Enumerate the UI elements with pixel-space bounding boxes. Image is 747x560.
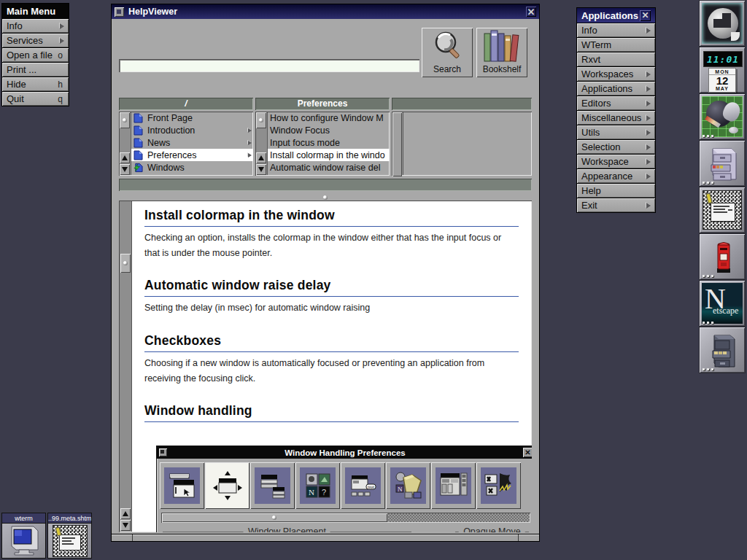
folder-icon: N [390, 467, 426, 504]
dock-tile-clock[interactable]: 11:01 MON 12 MAY [699, 47, 746, 93]
browser-item-preferences-selected[interactable]: Preferences [131, 149, 253, 161]
scroll-down-button[interactable] [120, 520, 131, 531]
browser-column-root: / Front Page [119, 98, 253, 176]
window-maker-logo-icon [702, 3, 743, 44]
splitter-handle[interactable] [119, 194, 532, 201]
window-resizebar[interactable] [112, 534, 539, 541]
svg-text:N: N [309, 488, 314, 497]
submenu-arrow-icon [646, 28, 651, 34]
submenu-arrow-icon [646, 144, 651, 150]
browser-item-how-to-configure[interactable]: How to configure Window M [268, 112, 390, 124]
running-indicator [703, 135, 713, 137]
helpviewer-titlebar[interactable]: HelpViewer ✕ [112, 4, 539, 19]
browser-item-window-focus[interactable]: Window Focus [268, 124, 390, 136]
content-pane: Install colormap in the window Checking … [119, 201, 532, 532]
miniwindow-meta-shtml[interactable]: ...99.meta.shtml [47, 513, 92, 559]
column-scrollbar[interactable] [120, 112, 131, 175]
main-menu-item-print[interactable]: Print ... [2, 63, 69, 77]
browser-item-windows[interactable]: Windows [131, 161, 253, 174]
cascade-windows-icon [164, 467, 200, 504]
scroll-down-button[interactable] [256, 164, 266, 175]
main-menu-item-hide[interactable]: Hide h [2, 77, 69, 91]
close-icon[interactable]: ✕ [526, 7, 536, 17]
main-menu-item-info[interactable]: Info [2, 19, 69, 33]
main-menu-title[interactable]: Main Menu [2, 4, 69, 18]
dock-tile-mailbox[interactable] [699, 233, 746, 280]
main-menu-item-quit[interactable]: Quit q [2, 92, 69, 106]
browser-item-front-page[interactable]: Front Page [131, 112, 253, 124]
apps-menu-item-workspaces[interactable]: Workspaces [577, 67, 655, 81]
section-heading: Checkboxes [144, 333, 519, 352]
apps-menu-item-selection[interactable]: Selection [577, 140, 655, 154]
shortcut-key: h [58, 79, 63, 90]
column-header [392, 98, 532, 110]
browser-item-introduction[interactable]: Introduction [131, 124, 253, 136]
dock-tile-window-maker[interactable] [699, 0, 746, 47]
dock-tile-netscape[interactable]: N etscape [699, 280, 746, 327]
browser-item-automatic-raise[interactable]: Automatic window raise del [268, 161, 390, 174]
link-document-icon [133, 163, 143, 173]
calendar-date: 12 [709, 75, 735, 86]
apps-menu-item-exit[interactable]: Exit [577, 198, 655, 212]
dock-tile-text-editor[interactable] [699, 187, 746, 233]
scroll-up-button[interactable] [256, 152, 266, 163]
miniaturize-button[interactable] [115, 7, 124, 17]
submenu-arrow-icon [646, 115, 651, 121]
calendar-month: MAY [709, 86, 735, 91]
helpviewer-window: HelpViewer ✕ Search [111, 4, 540, 542]
document-icon [133, 113, 143, 123]
apps-menu-item-rxvt[interactable]: Rxvt [577, 52, 655, 66]
apps-menu-item-info[interactable]: Info [577, 23, 655, 37]
browser-item-install-colormap-selected[interactable]: Install colormap in the windo [268, 149, 390, 161]
search-button[interactable]: Search [422, 28, 473, 77]
scrollbar-knob[interactable] [120, 254, 131, 273]
bookshelf-button[interactable]: Bookshelf [476, 28, 527, 77]
main-menu-item-open-a-file[interactable]: Open a file o [2, 48, 69, 62]
dock-tile-config-tool[interactable] [699, 93, 746, 140]
document-icon [133, 125, 143, 136]
dock-tile-file-manager[interactable] [699, 327, 746, 373]
scrollbar-knob[interactable] [256, 112, 266, 128]
close-icon: ✕ [523, 448, 532, 457]
browser-item-news[interactable]: News [131, 136, 253, 149]
svg-text:?: ? [322, 488, 326, 497]
apps-menu-item-utils[interactable]: Utils [577, 125, 655, 139]
dock-tile-file-cabinet[interactable] [699, 140, 746, 187]
running-indicator [703, 182, 713, 184]
browser-item-input-focus-mode[interactable]: Input focus mode [268, 136, 390, 149]
section-heading: Install colormap in the window [144, 208, 519, 227]
content-scrollbar[interactable] [120, 201, 132, 532]
scroll-up-button[interactable] [120, 152, 130, 163]
miniwindow-wterm[interactable]: wterm [1, 513, 46, 559]
scroll-up-button[interactable] [120, 508, 131, 519]
column-scrollbar[interactable] [392, 112, 403, 175]
scroll-down-button[interactable] [120, 164, 130, 175]
apps-menu-item-applications[interactable]: Applications [577, 82, 655, 96]
apps-menu-item-workspace[interactable]: Workspace [577, 155, 655, 168]
column-scrollbar[interactable] [256, 112, 268, 175]
scrollbar-knob[interactable] [392, 112, 402, 176]
apps-menu-item-editors[interactable]: Editors [577, 96, 655, 110]
dialog-title: Window Handling Preferences [167, 448, 523, 457]
netscape-icon: N etscape [702, 283, 743, 324]
apps-menu-item-wterm[interactable]: WTerm [577, 38, 655, 52]
submenu-arrow-icon [646, 86, 651, 92]
scrollbar-knob[interactable] [120, 112, 130, 128]
main-menu-item-services[interactable]: Services [2, 34, 69, 47]
column-list [392, 112, 532, 176]
browser-column-preferences: Preferences How to configure Window M Wi… [255, 98, 390, 176]
close-icon[interactable]: ✕ [640, 10, 651, 21]
dialog-fields: Window Placement Automatic [157, 532, 532, 532]
apps-menu-item-help[interactable]: Help [577, 184, 655, 198]
stacked-bars-icon [255, 467, 290, 504]
window-title: HelpViewer [128, 7, 526, 17]
submenu-arrow-icon [646, 101, 651, 106]
netscape-wordmark: etscape [713, 306, 738, 316]
apps-menu-item-appearance[interactable]: Appearance [577, 169, 655, 183]
search-input[interactable] [119, 59, 419, 72]
submenu-arrow-icon [646, 130, 651, 136]
window-balloon-icon: rxvt [345, 467, 381, 504]
opaque-move-group: Opaque Move [455, 532, 529, 532]
applications-menu-title[interactable]: Applications ✕ [577, 8, 655, 23]
apps-menu-item-miscellaneous[interactable]: Miscellaneous [577, 111, 655, 125]
